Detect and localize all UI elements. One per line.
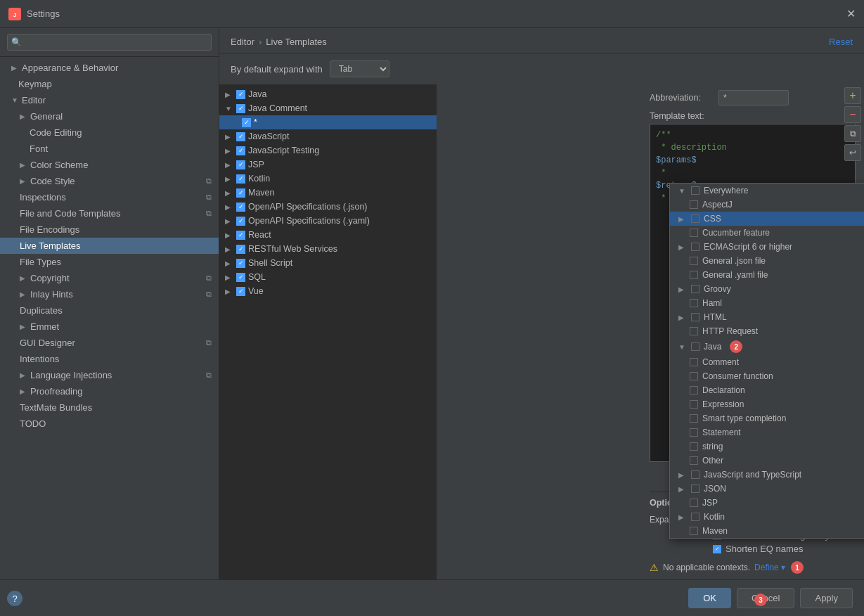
ctx-checkbox[interactable]	[691, 285, 699, 293]
tree-item-openapi-json[interactable]: ▶ ✓ OpenAPI Specifications (.json)	[219, 200, 437, 214]
ctx-checkbox[interactable]	[691, 485, 699, 493]
tree-item-maven[interactable]: ▶ ✓ Maven	[219, 186, 437, 200]
ctx-checkbox[interactable]	[690, 257, 698, 265]
ctx-checkbox[interactable]	[691, 470, 699, 479]
ctx-checkbox[interactable]	[690, 456, 698, 465]
ctx-checkbox[interactable]	[690, 299, 698, 307]
help-button[interactable]: ?	[7, 591, 22, 606]
expand-select[interactable]: Tab Enter Space	[330, 60, 389, 77]
ctx-checkbox[interactable]	[690, 400, 698, 409]
ctx-item-expression[interactable]: Expression	[670, 397, 864, 411]
tree-checkbox[interactable]: ✓	[236, 259, 245, 268]
tree-checkbox[interactable]: ✓	[236, 90, 245, 99]
sidebar-item-file-types[interactable]: File Types	[0, 254, 219, 270]
ctx-checkbox[interactable]	[690, 327, 698, 335]
tree-item-javascript-testing[interactable]: ▶ ✓ JavaScript Testing	[219, 143, 437, 158]
sidebar-item-editor[interactable]: ▼ Editor	[0, 92, 219, 108]
search-input[interactable]	[7, 34, 212, 51]
sidebar-item-language-injections[interactable]: ▶ Language Injections ⧉	[0, 367, 219, 383]
tree-item-jsp[interactable]: ▶ ✓ JSP	[219, 158, 437, 172]
ctx-item-declaration[interactable]: Declaration	[670, 383, 864, 397]
tree-checkbox[interactable]: ✓	[236, 203, 245, 212]
sidebar-item-duplicates[interactable]: Duplicates	[0, 302, 219, 319]
ctx-item-haml[interactable]: Haml	[670, 296, 864, 310]
ctx-checkbox[interactable]	[691, 342, 699, 351]
tree-checkbox[interactable]: ✓	[236, 160, 245, 169]
ctx-item-kotlin-ctx[interactable]: ▶ Kotlin	[670, 510, 864, 524]
ctx-checkbox[interactable]	[691, 513, 699, 521]
ctx-checkbox[interactable]	[690, 428, 698, 437]
tree-checkbox[interactable]: ✓	[236, 217, 245, 226]
ctx-item-css[interactable]: ▶ CSS	[670, 212, 864, 226]
sidebar-item-gui-designer[interactable]: GUI Designer ⧉	[0, 335, 219, 351]
tree-item-vue[interactable]: ▶ ✓ Vue	[219, 284, 437, 298]
ctx-checkbox[interactable]	[690, 442, 698, 451]
ok-button[interactable]: OK	[688, 588, 731, 608]
tree-checkbox[interactable]: ✓	[236, 174, 245, 184]
ctx-checkbox[interactable]	[690, 271, 698, 279]
ctx-checkbox[interactable]	[690, 527, 698, 535]
ctx-checkbox[interactable]	[691, 214, 699, 223]
ctx-item-everywhere[interactable]: ▼ Everywhere	[670, 184, 864, 198]
sidebar-item-copyright[interactable]: ▶ Copyright ⧉	[0, 270, 219, 286]
ctx-checkbox[interactable]	[691, 243, 699, 251]
ctx-item-maven-ctx[interactable]: Maven	[670, 524, 864, 538]
ctx-item-groovy[interactable]: ▶ Groovy	[670, 282, 864, 296]
ctx-item-yaml-file[interactable]: General .yaml file	[670, 268, 864, 282]
ctx-item-cucumber[interactable]: Cucumber feature	[670, 226, 864, 240]
tree-item-star[interactable]: ✓ *	[219, 115, 437, 129]
close-button[interactable]: ✕	[846, 7, 856, 20]
ctx-item-json[interactable]: ▶ JSON	[670, 482, 864, 496]
sidebar-item-live-templates[interactable]: Live Templates	[0, 238, 219, 254]
ctx-item-java[interactable]: ▼ Java 2	[670, 338, 864, 355]
ctx-item-aspectj[interactable]: AspectJ	[670, 198, 864, 212]
ctx-item-smart-type[interactable]: Smart type completion	[670, 411, 864, 425]
tree-checkbox[interactable]: ✓	[236, 146, 245, 155]
sidebar-item-file-encodings[interactable]: File Encodings	[0, 222, 219, 238]
define-link[interactable]: Define ▾	[754, 563, 785, 572]
reset-button[interactable]: Reset	[829, 37, 853, 47]
tree-item-react[interactable]: ▶ ✓ React	[219, 228, 437, 242]
tree-item-shell[interactable]: ▶ ✓ Shell Script	[219, 256, 437, 270]
ctx-item-json-file[interactable]: General .json file	[670, 254, 864, 268]
tree-item-java-comment[interactable]: ▼ ✓ Java Comment	[219, 101, 437, 115]
tree-item-java[interactable]: ▶ ✓ Java	[219, 87, 437, 101]
tree-checkbox[interactable]: ✓	[236, 132, 245, 141]
sidebar-item-code-editing[interactable]: Code Editing	[0, 124, 219, 141]
sidebar-item-general[interactable]: ▶ General	[0, 108, 219, 124]
ctx-checkbox[interactable]	[690, 386, 698, 394]
ctx-checkbox[interactable]	[691, 313, 699, 321]
sidebar-item-todo[interactable]: TODO	[0, 416, 219, 432]
ctx-item-js-ts[interactable]: ▶ JavaScript and TypeScript	[670, 468, 864, 482]
tree-item-sql[interactable]: ▶ ✓ SQL	[219, 270, 437, 284]
ctx-checkbox[interactable]	[690, 358, 698, 366]
sidebar-item-file-code-templates[interactable]: File and Code Templates ⧉	[0, 205, 219, 222]
sidebar-item-textmate-bundles[interactable]: TextMate Bundles	[0, 399, 219, 416]
apply-button[interactable]: Apply	[800, 588, 853, 608]
ctx-checkbox[interactable]	[691, 186, 699, 195]
ctx-item-http-request[interactable]: HTTP Request	[670, 324, 864, 338]
tree-checkbox[interactable]: ✓	[236, 188, 245, 198]
tree-checkbox[interactable]: ✓	[236, 104, 245, 113]
add-template-button[interactable]: +	[844, 87, 861, 104]
remove-template-button[interactable]: −	[844, 106, 861, 123]
sidebar-item-color-scheme[interactable]: ▶ Color Scheme	[0, 157, 219, 173]
restore-template-button[interactable]: ↩	[844, 144, 861, 161]
ctx-checkbox[interactable]	[690, 372, 698, 380]
sidebar-item-emmet[interactable]: ▶ Emmet	[0, 319, 219, 335]
ctx-item-other[interactable]: Other	[670, 454, 864, 468]
tree-item-restful[interactable]: ▶ ✓ RESTful Web Services	[219, 242, 437, 256]
sidebar-item-inspections[interactable]: Inspections ⧉	[0, 189, 219, 205]
sidebar-item-font[interactable]: Font	[0, 141, 219, 157]
ctx-item-statement[interactable]: Statement	[670, 425, 864, 439]
ctx-item-consumer[interactable]: Consumer function	[670, 369, 864, 383]
ctx-item-html[interactable]: ▶ HTML	[670, 310, 864, 324]
ctx-checkbox[interactable]	[690, 499, 698, 507]
tree-checkbox[interactable]: ✓	[242, 118, 251, 127]
tree-checkbox[interactable]: ✓	[236, 273, 245, 282]
ctx-item-jsp-ctx[interactable]: JSP	[670, 496, 864, 510]
ctx-checkbox[interactable]	[690, 229, 698, 237]
tree-item-openapi-yaml[interactable]: ▶ ✓ OpenAPI Specifications (.yaml)	[219, 214, 437, 228]
tree-checkbox[interactable]: ✓	[236, 287, 245, 296]
sidebar-item-appearance[interactable]: ▶ Appearance & Behavior	[0, 60, 219, 76]
